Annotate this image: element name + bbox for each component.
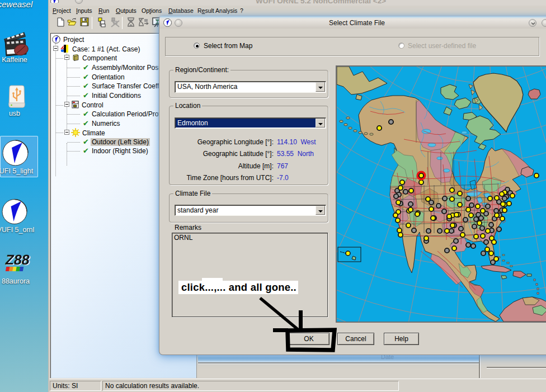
svg-text:Z88: Z88 xyxy=(4,252,31,267)
